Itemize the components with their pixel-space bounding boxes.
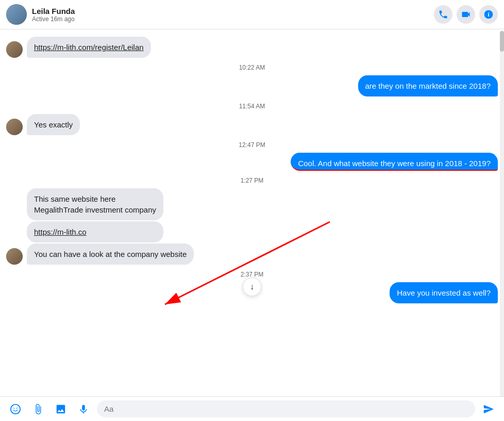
- header-info: Leila Funda Active 16m ago: [32, 7, 434, 23]
- bubble-cool: Cool. And what website they were using i…: [291, 153, 498, 171]
- bubble-yes: Yes exactly: [27, 114, 80, 135]
- avatar: [6, 119, 23, 135]
- chat-header: Leila Funda Active 16m ago i: [0, 0, 504, 29]
- chat-messages[interactable]: https://m-lith.com/register/Leilan 10:22…: [0, 29, 504, 395]
- msg-row-cool: Cool. And what website they were using i…: [6, 153, 498, 171]
- time-divider-1: 10:22 AM: [0, 64, 504, 71]
- scrollbar-thumb[interactable]: [500, 31, 504, 52]
- time-divider-2: 11:54 AM: [0, 103, 504, 110]
- svg-text:i: i: [488, 11, 489, 18]
- contact-name: Leila Funda: [32, 7, 434, 15]
- msg-row-yes: Yes exactly: [6, 114, 498, 135]
- bubble-invested: Have you invested as well?: [390, 282, 498, 303]
- time-divider-4: 1:27 PM: [0, 177, 504, 184]
- avatar: [6, 248, 23, 265]
- bubble-market: are they on the markted since 2018?: [358, 75, 498, 96]
- avatar: [6, 41, 23, 58]
- bubble-same-website: This same website here MegalithTrade inv…: [27, 188, 163, 220]
- image-button[interactable]: [52, 400, 70, 418]
- scrollbar-track[interactable]: [500, 31, 504, 396]
- msg-row-link: https://m-lith.com/register/Leilan: [6, 37, 498, 58]
- svg-point-6: [16, 408, 18, 409]
- scroll-down-button[interactable]: ↓: [243, 278, 261, 296]
- registration-link[interactable]: https://m-lith.com/register/Leilan: [34, 43, 144, 52]
- messenger-window: Leila Funda Active 16m ago i https://m-l…: [0, 0, 504, 421]
- attachment-button[interactable]: [29, 400, 47, 418]
- bubble-look: You can have a look at the company websi…: [27, 244, 194, 265]
- header-actions: i: [434, 5, 498, 24]
- time-divider-3: 12:47 PM: [0, 141, 504, 149]
- bubble-link2[interactable]: https://m-lith.co: [27, 221, 163, 242]
- m-lith-link[interactable]: https://m-lith.co: [34, 228, 87, 236]
- msg-row-market: are they on the markted since 2018?: [6, 75, 498, 96]
- video-button[interactable]: [457, 5, 475, 24]
- contact-status: Active 16m ago: [32, 15, 434, 23]
- emoji-button[interactable]: [6, 400, 25, 418]
- scroll-down-icon: ↓: [250, 282, 254, 292]
- send-button[interactable]: [479, 400, 498, 418]
- audio-button[interactable]: [74, 400, 93, 418]
- msg-group-website: This same website here MegalithTrade inv…: [27, 188, 163, 242]
- info-button[interactable]: i: [479, 5, 498, 24]
- svg-point-5: [13, 408, 14, 409]
- time-divider-5: 2:37 PM: [0, 271, 504, 278]
- phone-button[interactable]: [434, 5, 452, 24]
- msg-row-look: You can have a look at the company websi…: [6, 244, 498, 265]
- svg-point-4: [11, 404, 20, 413]
- msg-row-same-website: This same website here MegalithTrade inv…: [6, 188, 498, 242]
- bubble-link[interactable]: https://m-lith.com/register/Leilan: [27, 37, 151, 58]
- header-avatar: [6, 4, 27, 25]
- input-bar: [0, 396, 504, 421]
- message-input[interactable]: [97, 400, 475, 417]
